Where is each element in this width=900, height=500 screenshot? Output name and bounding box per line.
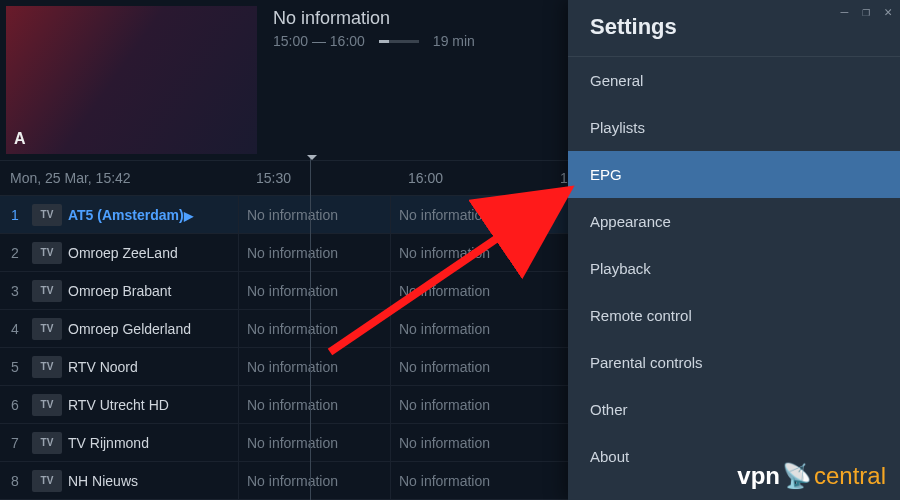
antenna-icon: 📡 xyxy=(782,462,812,490)
video-preview[interactable] xyxy=(6,6,257,154)
watermark: vpn📡central xyxy=(737,462,886,490)
settings-item-playback[interactable]: Playback xyxy=(568,245,900,292)
channel-name: Omroep Brabant xyxy=(68,283,238,299)
epg-cell[interactable]: No information xyxy=(238,310,390,347)
channel-name: RTV Utrecht HD xyxy=(68,397,238,413)
settings-item-epg[interactable]: EPG xyxy=(568,151,900,198)
time-slot: 16:00 xyxy=(400,170,552,186)
epg-cell[interactable]: No information xyxy=(238,196,390,233)
channel-number: 5 xyxy=(0,359,30,375)
epg-cell[interactable]: No information xyxy=(390,386,542,423)
epg-cell[interactable]: No information xyxy=(390,310,542,347)
watermark-right: central xyxy=(814,462,886,490)
channel-name: NH Nieuws xyxy=(68,473,238,489)
window-close-button[interactable]: ✕ xyxy=(884,4,892,19)
epg-cell[interactable]: No information xyxy=(238,272,390,309)
settings-panel: Settings GeneralPlaylistsEPGAppearancePl… xyxy=(568,0,900,500)
channel-number: 6 xyxy=(0,397,30,413)
settings-item-parental-controls[interactable]: Parental controls xyxy=(568,339,900,386)
epg-cell[interactable]: No information xyxy=(238,462,390,499)
window-minimize-button[interactable]: — xyxy=(841,4,849,19)
tv-icon: TV xyxy=(32,204,62,226)
settings-item-remote-control[interactable]: Remote control xyxy=(568,292,900,339)
window-maximize-button[interactable]: ❐ xyxy=(862,4,870,19)
tv-icon: TV xyxy=(32,394,62,416)
settings-item-general[interactable]: General xyxy=(568,57,900,104)
epg-cell[interactable]: No information xyxy=(390,272,542,309)
channel-name: Omroep Gelderland xyxy=(68,321,238,337)
epg-cell[interactable]: No information xyxy=(390,234,542,271)
channel-name: TV Rijnmond xyxy=(68,435,238,451)
epg-cell[interactable]: No information xyxy=(390,462,542,499)
tv-icon: TV xyxy=(32,280,62,302)
program-time-range: 15:00 — 16:00 xyxy=(273,33,365,49)
epg-cell[interactable]: No information xyxy=(238,348,390,385)
timeline-date: Mon, 25 Mar, 15:42 xyxy=(0,170,248,186)
play-icon: ▶ xyxy=(184,209,193,223)
channel-number: 1 xyxy=(0,207,30,223)
tv-icon: TV xyxy=(32,356,62,378)
watermark-left: vpn xyxy=(737,462,780,490)
progress-bar xyxy=(379,40,419,43)
channel-name: RTV Noord xyxy=(68,359,238,375)
settings-item-other[interactable]: Other xyxy=(568,386,900,433)
channel-number: 4 xyxy=(0,321,30,337)
epg-cell[interactable]: No information xyxy=(238,424,390,461)
channel-number: 2 xyxy=(0,245,30,261)
channel-number: 3 xyxy=(0,283,30,299)
settings-item-appearance[interactable]: Appearance xyxy=(568,198,900,245)
epg-cell[interactable]: No information xyxy=(238,386,390,423)
program-elapsed: 19 min xyxy=(433,33,475,49)
settings-item-playlists[interactable]: Playlists xyxy=(568,104,900,151)
tv-icon: TV xyxy=(32,470,62,492)
epg-cell[interactable]: No information xyxy=(238,234,390,271)
tv-icon: TV xyxy=(32,318,62,340)
channel-name: AT5 (Amsterdam)▶ xyxy=(68,207,238,223)
channel-number: 8 xyxy=(0,473,30,489)
epg-cell[interactable]: No information xyxy=(390,196,542,233)
channel-number: 7 xyxy=(0,435,30,451)
current-time-marker xyxy=(310,155,311,500)
tv-icon: TV xyxy=(32,242,62,264)
channel-name: Omroep ZeeLand xyxy=(68,245,238,261)
epg-cell[interactable]: No information xyxy=(390,424,542,461)
tv-icon: TV xyxy=(32,432,62,454)
epg-cell[interactable]: No information xyxy=(390,348,542,385)
time-slot: 15:30 xyxy=(248,170,400,186)
